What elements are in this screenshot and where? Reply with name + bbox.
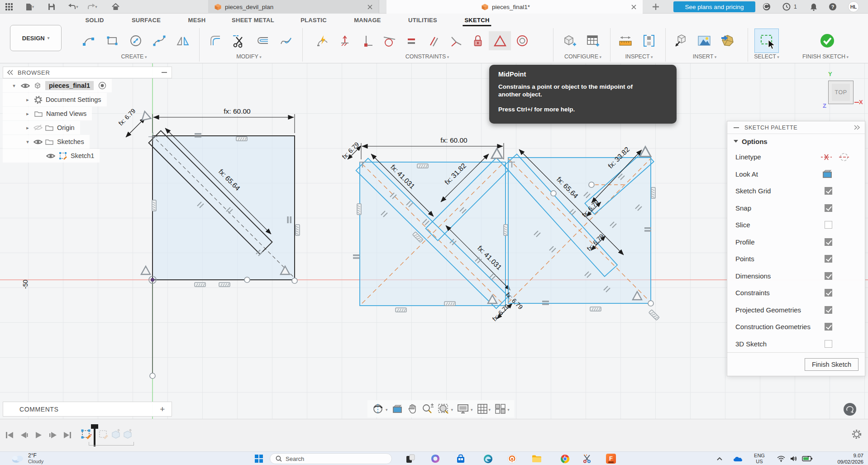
ribbon-tab-mesh[interactable]: MESH [186,15,208,25]
viewcube[interactable]: TOP [828,81,854,104]
minimize-panel-icon[interactable] [162,72,167,73]
timeline-feature-sketch1[interactable] [81,429,91,440]
chevron-right-icon[interactable]: ▸ [24,111,31,117]
close-tab-icon[interactable] [631,5,636,10]
parallel-constraint-icon[interactable] [422,31,444,50]
orbit-dropdown-caret[interactable] [386,405,388,413]
points-checkbox[interactable] [825,255,832,263]
timeline-settings-gear-icon[interactable] [851,428,863,440]
root-component-name[interactable]: pieces_final1 [45,81,94,90]
expand-panel-icon[interactable] [854,125,860,130]
doc-tab-pieces-final1[interactable]: pieces_final1* [386,0,643,14]
projected-geometries-checkbox[interactable] [825,306,832,314]
ribbon-tab-utilities[interactable]: UTILITIES [406,15,439,25]
mirror-tool-icon[interactable] [171,29,195,53]
copilot-icon[interactable] [429,453,442,465]
visibility-eye-icon[interactable] [21,83,30,89]
job-status-icon[interactable] [761,2,772,12]
ribbon-tab-surface[interactable]: SURFACE [130,15,162,25]
notification-clock-icon[interactable] [781,2,792,12]
redo-icon[interactable] [84,2,100,12]
chrome-icon[interactable] [558,453,571,465]
file-menu-icon[interactable] [22,2,38,12]
visibility-eye-icon[interactable] [46,153,55,159]
insert-canvas-image-icon[interactable] [692,29,716,53]
lock-constraint-icon[interactable] [467,31,489,50]
visibility-eye-icon[interactable] [33,139,43,145]
insert-derive-icon[interactable] [669,29,692,53]
vertical-constraint-icon[interactable] [356,31,378,50]
design-workspace-button[interactable]: DESIGN [10,25,62,51]
spline-tool-icon[interactable] [148,29,171,53]
select-tool-icon[interactable] [755,29,778,53]
collapse-panel-icon[interactable] [7,70,13,75]
orbit-tool[interactable] [372,403,388,415]
modify-dropdown[interactable]: MODIFY [236,53,262,60]
inspect-dropdown[interactable]: INSPECT [625,53,653,60]
display-settings-dropdown-caret[interactable] [471,405,473,413]
avatar[interactable]: HL [848,1,859,12]
new-tab-icon[interactable] [650,2,661,12]
sketch-grid-checkbox[interactable] [825,187,832,195]
browser-row-document-settings[interactable]: ▸ Document Settings [3,93,107,106]
fix-ground-constraint-icon[interactable] [334,31,356,50]
insert-dropdown[interactable]: INSERT [693,53,717,60]
line-tool-icon[interactable] [77,29,100,53]
browser-row-sketch1[interactable]: Sketch1 [3,149,100,163]
ribbon-tab-sheet-metal[interactable]: SHEET METAL [230,15,276,25]
configuration-table-icon[interactable] [581,29,605,53]
auto-constrain-icon[interactable] [311,31,334,50]
tray-overflow-chevron-icon[interactable] [713,453,726,465]
browser-row-sketches[interactable]: ▾ Sketches [3,135,90,149]
timeline-feature-sketch-suppressed[interactable] [98,429,109,440]
comments-bar[interactable]: COMMENTS + [3,402,172,417]
openvpn-icon[interactable] [506,453,518,465]
curve-tool-icon[interactable] [274,29,298,53]
equal-constraint-icon[interactable] [400,31,422,50]
constraints-dropdown[interactable]: CONSTRAINTS [405,53,449,60]
concentric-constraint-icon[interactable] [511,31,533,50]
palette-options-section[interactable]: Options [727,134,865,149]
viewports-tool[interactable] [495,403,510,414]
assistant-icon[interactable] [844,403,856,416]
look-at-icon[interactable] [822,170,832,178]
ribbon-tab-manage[interactable]: MANAGE [352,15,383,25]
home-icon[interactable] [110,2,121,12]
fillet-tool-icon[interactable] [204,29,227,53]
help-icon[interactable]: ? [827,2,838,12]
construction-geometries-checkbox[interactable] [825,323,832,331]
chevron-right-icon[interactable]: ▸ [24,125,31,131]
display-settings-tool[interactable] [457,403,473,414]
fusion-app-icon[interactable]: F [605,453,617,465]
timeline-step-back-icon[interactable] [18,429,30,441]
chevron-down-icon[interactable]: ▾ [24,139,31,145]
configure-dropdown[interactable]: CONFIGURE [564,53,601,60]
look-at-icon[interactable] [392,404,403,413]
timeline-skip-start-icon[interactable] [4,429,15,441]
viewcube-face-label[interactable]: TOP [832,84,850,101]
construction-linetype-icon[interactable] [820,153,832,162]
close-tab-icon[interactable] [367,5,372,10]
midpoint-constraint-icon[interactable] [489,31,511,50]
timeline-feature-extrude1[interactable] [110,429,121,440]
measure-icon[interactable] [614,29,637,53]
zoom-window-tool[interactable] [438,403,453,415]
weather-widget[interactable]: 2°F Cloudy [11,452,43,464]
battery-icon[interactable] [801,453,814,465]
wifi-icon[interactable] [775,453,787,465]
bell-icon[interactable] [808,2,819,12]
chevron-down-icon[interactable]: ▾ [11,83,17,89]
select-dropdown[interactable]: SELECT [754,53,779,60]
finish-sketch-icon[interactable] [816,29,839,53]
doc-tab-pieces-devil-plan[interactable]: pieces_devil_plan [208,0,379,14]
taskbar-clock[interactable]: 9.07 09/02/2026 [824,453,863,465]
activate-component-radio-icon[interactable] [98,81,106,90]
snap-checkbox[interactable] [825,204,832,212]
profile-checkbox[interactable] [825,238,832,246]
timeline-play-icon[interactable] [33,429,44,441]
browser-row-named-views[interactable]: ▸ Named Views [3,107,92,120]
rectangle-tool-icon[interactable] [100,29,124,53]
insert-mesh-icon[interactable] [716,29,739,53]
minimize-panel-icon[interactable] [734,127,739,128]
3d-sketch-checkbox[interactable] [825,340,832,348]
